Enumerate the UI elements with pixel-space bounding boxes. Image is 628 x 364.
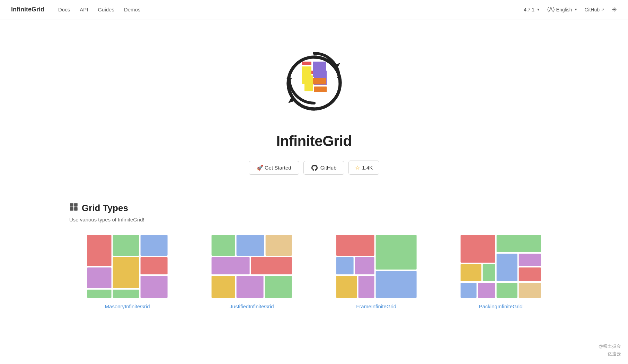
svg-rect-46 xyxy=(519,267,541,281)
grid-icon xyxy=(69,202,78,214)
header-logo[interactable]: InfiniteGrid xyxy=(11,6,44,13)
external-link-icon: ↗ xyxy=(601,7,604,12)
justified-label: JustifiedInfiniteGrid xyxy=(230,303,274,309)
card-packing[interactable]: PackingInfiniteGrid xyxy=(443,234,559,309)
svg-rect-16 xyxy=(87,235,112,266)
github-button-label: GitHub xyxy=(320,165,337,171)
packing-label: PackingInfiniteGrid xyxy=(479,303,522,309)
svg-rect-18 xyxy=(141,235,168,256)
header: InfiniteGrid Docs API Guides Demos 4.7.1… xyxy=(0,0,628,19)
svg-rect-29 xyxy=(251,257,292,274)
svg-rect-5 xyxy=(313,78,326,84)
svg-rect-33 xyxy=(336,235,374,256)
nav-guides[interactable]: Guides xyxy=(98,7,114,12)
svg-rect-28 xyxy=(212,257,250,274)
svg-rect-13 xyxy=(74,203,78,207)
svg-rect-19 xyxy=(87,267,112,288)
svg-rect-21 xyxy=(141,257,168,274)
section-title: Grid Types xyxy=(69,202,559,214)
star-icon: ☆ xyxy=(355,164,360,171)
packing-preview xyxy=(443,234,559,299)
stars-button[interactable]: ☆ 1.4K xyxy=(348,161,379,175)
svg-rect-43 xyxy=(519,254,541,266)
watermark-item2: 亿速云 xyxy=(608,351,621,357)
hero-title: InfiniteGrid xyxy=(276,133,352,149)
svg-rect-48 xyxy=(478,283,495,298)
version-chevron-icon: ▼ xyxy=(537,8,540,11)
svg-rect-22 xyxy=(87,290,112,298)
svg-rect-45 xyxy=(483,264,495,281)
masonry-label: MasonryInfiniteGrid xyxy=(105,303,150,309)
get-started-button[interactable]: 🚀 Get Started xyxy=(249,161,299,175)
theme-toggle[interactable]: ☀ xyxy=(611,6,617,13)
header-nav: Docs API Guides Demos xyxy=(58,7,524,12)
justified-preview xyxy=(194,234,310,299)
svg-rect-35 xyxy=(336,257,353,274)
svg-rect-27 xyxy=(266,235,292,256)
svg-rect-15 xyxy=(74,207,78,211)
svg-rect-14 xyxy=(70,207,73,211)
svg-rect-3 xyxy=(302,66,311,84)
svg-rect-30 xyxy=(212,276,235,298)
svg-rect-36 xyxy=(355,257,374,274)
nav-demos[interactable]: Demos xyxy=(124,7,141,12)
version-selector[interactable]: 4.7.1 ▼ xyxy=(524,7,540,12)
grid-types-section: Grid Types Use various types of Infinite… xyxy=(0,189,628,330)
svg-rect-40 xyxy=(460,235,495,263)
svg-rect-34 xyxy=(375,235,416,270)
card-frame[interactable]: FrameInfiniteGrid xyxy=(318,234,434,309)
svg-rect-39 xyxy=(375,271,416,298)
nav-docs[interactable]: Docs xyxy=(58,7,70,12)
masonry-preview xyxy=(69,234,185,299)
svg-rect-12 xyxy=(70,203,73,207)
header-github-link[interactable]: GitHub ↗ xyxy=(584,7,604,12)
svg-rect-47 xyxy=(460,283,476,298)
language-selector[interactable]: ⟨A⟩ English ▼ xyxy=(547,6,578,13)
svg-rect-20 xyxy=(113,257,139,288)
hero-logo xyxy=(280,40,349,116)
watermark-item1: @稀土掘金 xyxy=(599,343,621,349)
language-label: English xyxy=(556,7,572,12)
svg-rect-23 xyxy=(141,276,168,298)
frame-label: FrameInfiniteGrid xyxy=(356,303,396,309)
svg-rect-50 xyxy=(519,283,541,298)
card-masonry[interactable]: MasonryInfiniteGrid xyxy=(69,234,185,309)
svg-rect-17 xyxy=(113,235,139,256)
github-button[interactable]: GitHub xyxy=(303,161,345,175)
watermark: @稀土掘金 亿速云 xyxy=(599,343,621,357)
svg-rect-38 xyxy=(358,276,374,298)
svg-rect-31 xyxy=(237,276,264,298)
svg-rect-49 xyxy=(496,283,517,298)
svg-marker-1 xyxy=(286,78,292,81)
svg-rect-44 xyxy=(460,264,481,281)
nav-api[interactable]: API xyxy=(80,7,88,12)
svg-rect-25 xyxy=(212,235,235,256)
svg-rect-24 xyxy=(113,290,139,298)
svg-rect-41 xyxy=(496,235,541,252)
github-icon xyxy=(311,165,318,171)
hero-buttons: 🚀 Get Started GitHub ☆ 1.4K xyxy=(249,161,379,175)
frame-preview xyxy=(318,234,434,299)
github-label: GitHub xyxy=(584,7,600,12)
svg-rect-26 xyxy=(237,235,264,256)
hero-section: InfiniteGrid 🚀 Get Started GitHub ☆ 1.4K xyxy=(0,19,628,189)
svg-rect-42 xyxy=(496,254,517,281)
card-justified[interactable]: JustifiedInfiniteGrid xyxy=(194,234,310,309)
section-subtitle: Use various types of InfiniteGrid! xyxy=(69,217,559,222)
svg-marker-0 xyxy=(336,75,342,78)
stars-count: 1.4K xyxy=(362,165,373,171)
svg-rect-37 xyxy=(336,276,357,298)
svg-rect-2 xyxy=(302,62,311,65)
section-title-text: Grid Types xyxy=(82,203,128,213)
language-chevron-icon: ▼ xyxy=(574,8,578,11)
svg-rect-4 xyxy=(313,62,326,77)
svg-rect-32 xyxy=(265,276,292,298)
translate-icon: ⟨A⟩ xyxy=(547,6,555,13)
header-right: 4.7.1 ▼ ⟨A⟩ English ▼ GitHub ↗ ☀ xyxy=(524,6,617,13)
grid-cards-container: MasonryInfiniteGrid xyxy=(69,234,559,309)
version-label: 4.7.1 xyxy=(524,7,534,12)
section-header: Grid Types Use various types of Infinite… xyxy=(69,202,559,222)
